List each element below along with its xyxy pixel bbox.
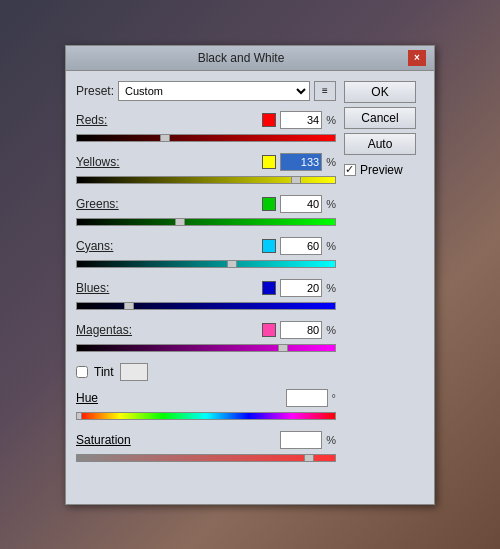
blues-label[interactable]: Blues: (76, 281, 136, 295)
hue-label: Hue (76, 391, 146, 405)
cyans-swatch (262, 239, 276, 253)
greens-track[interactable] (76, 218, 336, 226)
close-button[interactable]: × (408, 50, 426, 66)
reds-swatch (262, 113, 276, 127)
hue-track[interactable] (76, 412, 336, 420)
preview-row: Preview (344, 163, 424, 177)
cancel-button[interactable]: Cancel (344, 107, 416, 129)
hue-input[interactable] (286, 389, 328, 407)
left-panel: Preset: Custom ≡ Reds: % (76, 81, 336, 465)
saturation-thumb[interactable] (304, 454, 314, 462)
preset-select[interactable]: Custom (118, 81, 310, 101)
blues-percent: % (326, 282, 336, 294)
slider-cyans: Cyans: % (76, 237, 336, 271)
blues-thumb[interactable] (124, 302, 134, 310)
reds-track[interactable] (76, 134, 336, 142)
blues-track[interactable] (76, 302, 336, 310)
magentas-thumb[interactable] (278, 344, 288, 352)
ok-button[interactable]: OK (344, 81, 416, 103)
hue-section: Hue ° (76, 389, 336, 423)
tint-row: Tint (76, 363, 336, 381)
tint-checkbox[interactable] (76, 366, 88, 378)
blues-input[interactable] (280, 279, 322, 297)
tint-swatch[interactable] (120, 363, 148, 381)
right-panel: OK Cancel Auto Preview (344, 81, 424, 465)
reds-input[interactable] (280, 111, 322, 129)
saturation-track[interactable] (76, 454, 336, 462)
hue-thumb[interactable] (76, 412, 82, 420)
cyans-thumb[interactable] (227, 260, 237, 268)
saturation-label: Saturation (76, 433, 146, 447)
preview-checkbox[interactable] (344, 164, 356, 176)
greens-label[interactable]: Greens: (76, 197, 136, 211)
slider-reds: Reds: % (76, 111, 336, 145)
cyans-label[interactable]: Cyans: (76, 239, 136, 253)
preset-row: Preset: Custom ≡ (76, 81, 336, 101)
magentas-percent: % (326, 324, 336, 336)
yellows-label[interactable]: Yellows: (76, 155, 136, 169)
slider-magentas: Magentas: % (76, 321, 336, 355)
dialog-window: Black and White × Preset: Custom ≡ Reds: (65, 45, 435, 505)
saturation-section: Saturation % (76, 431, 336, 465)
blues-swatch (262, 281, 276, 295)
greens-percent: % (326, 198, 336, 210)
magentas-track[interactable] (76, 344, 336, 352)
dialog-content: Preset: Custom ≡ Reds: % (66, 71, 434, 475)
dialog-title: Black and White (74, 51, 408, 65)
yellows-track[interactable] (76, 176, 336, 184)
preset-options-button[interactable]: ≡ (314, 81, 336, 101)
yellows-input[interactable] (280, 153, 322, 171)
yellows-percent: % (326, 156, 336, 168)
yellows-thumb[interactable] (291, 176, 301, 184)
magentas-label[interactable]: Magentas: (76, 323, 136, 337)
reds-thumb[interactable] (160, 134, 170, 142)
title-bar: Black and White × (66, 46, 434, 71)
greens-input[interactable] (280, 195, 322, 213)
magentas-swatch (262, 323, 276, 337)
cyans-input[interactable] (280, 237, 322, 255)
slider-yellows: Yellows: % (76, 153, 336, 187)
saturation-percent: % (326, 434, 336, 446)
slider-greens: Greens: % (76, 195, 336, 229)
tint-label: Tint (94, 365, 114, 379)
auto-button[interactable]: Auto (344, 133, 416, 155)
magentas-input[interactable] (280, 321, 322, 339)
sliders-container: Reds: % Yellows: (76, 111, 336, 355)
greens-swatch (262, 197, 276, 211)
greens-thumb[interactable] (175, 218, 185, 226)
reds-percent: % (326, 114, 336, 126)
cyans-track[interactable] (76, 260, 336, 268)
cyans-percent: % (326, 240, 336, 252)
reds-label[interactable]: Reds: (76, 113, 136, 127)
hue-degree: ° (332, 392, 336, 404)
preset-label: Preset: (76, 84, 114, 98)
slider-blues: Blues: % (76, 279, 336, 313)
yellows-swatch (262, 155, 276, 169)
preview-label: Preview (360, 163, 403, 177)
saturation-input[interactable] (280, 431, 322, 449)
